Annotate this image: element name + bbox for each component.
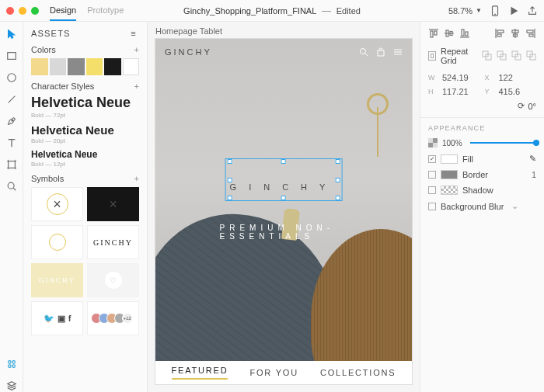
hero-subtitle: PREMIUM NON-ESSENTIALS bbox=[220, 224, 348, 241]
fill-checkbox[interactable] bbox=[428, 155, 436, 163]
svg-marker-15 bbox=[7, 382, 16, 386]
align-hcenter-icon[interactable] bbox=[510, 28, 521, 39]
add-color-button[interactable]: + bbox=[134, 45, 139, 54]
symbol-item[interactable]: 🐦▣f bbox=[31, 301, 83, 335]
charstyle-item[interactable]: Helvetica NeueBold — 72pt bbox=[31, 95, 139, 119]
align-right-icon[interactable] bbox=[525, 28, 536, 39]
fill-color-swatch[interactable] bbox=[441, 154, 458, 164]
align-top-icon[interactable] bbox=[428, 28, 439, 39]
text-tool[interactable] bbox=[5, 137, 18, 149]
pen-tool[interactable] bbox=[5, 115, 18, 127]
appearance-heading: APPEARANCE bbox=[428, 124, 536, 132]
close-window-button[interactable] bbox=[6, 7, 14, 15]
color-swatch[interactable] bbox=[50, 58, 67, 75]
charstyle-item[interactable]: Helvetica NeueBold — 20pt bbox=[31, 123, 139, 144]
svg-point-5 bbox=[7, 74, 16, 82]
titlebar: Design Prototype Ginchy_Shopping_Platfor… bbox=[0, 0, 544, 22]
tab-prototype[interactable]: Prototype bbox=[87, 1, 124, 21]
svg-point-13 bbox=[8, 365, 11, 368]
tab-collections: COLLECTIONS bbox=[320, 368, 396, 377]
document-title: Ginchy_Shopping_Platform_FINAL — Edited bbox=[183, 5, 361, 16]
hero-background bbox=[155, 39, 412, 384]
svg-rect-23 bbox=[431, 31, 433, 37]
artboard[interactable]: GINCHY GINCHY PREMIUM NON-ESSENTIALS FEA… bbox=[155, 39, 412, 384]
line-tool[interactable] bbox=[5, 93, 18, 106]
fill-label: Fill bbox=[462, 154, 473, 164]
border-label: Border bbox=[462, 170, 488, 179]
canvas[interactable]: Homepage Tablet GINCHY GINCHY bbox=[148, 22, 420, 392]
align-bottom-icon[interactable] bbox=[459, 28, 470, 39]
symbols-label: Symbols bbox=[31, 174, 64, 183]
play-preview-icon[interactable] bbox=[508, 5, 519, 16]
opacity-slider[interactable] bbox=[470, 142, 536, 144]
symbol-item[interactable]: × bbox=[31, 187, 83, 221]
opacity-field[interactable]: 100% bbox=[442, 139, 466, 147]
pathfinder-subtract-icon[interactable] bbox=[497, 50, 507, 62]
chevron-down-icon[interactable]: ⌄ bbox=[511, 201, 518, 211]
ellipse-tool[interactable] bbox=[5, 71, 18, 84]
symbol-item[interactable]: GINCHY bbox=[31, 263, 83, 297]
mode-tabs: Design Prototype bbox=[50, 1, 124, 21]
select-tool[interactable] bbox=[5, 28, 18, 40]
minimize-window-button[interactable] bbox=[19, 7, 26, 15]
add-symbol-button[interactable]: + bbox=[134, 174, 139, 183]
border-color-swatch[interactable] bbox=[441, 170, 458, 179]
window-traffic-lights bbox=[6, 7, 39, 15]
hero-title-selected[interactable]: GINCHY bbox=[230, 161, 338, 198]
repeat-grid-icon bbox=[428, 51, 436, 61]
tool-column bbox=[0, 22, 23, 392]
symbol-item[interactable] bbox=[31, 225, 83, 259]
border-width-field[interactable]: 1 bbox=[521, 170, 536, 179]
share-icon[interactable] bbox=[527, 5, 538, 16]
assets-panel-icon[interactable] bbox=[5, 358, 18, 370]
content-tabs: FEATURED FOR YOU COLLECTIONS bbox=[155, 361, 412, 384]
bgblur-checkbox[interactable] bbox=[428, 203, 436, 210]
color-swatch[interactable] bbox=[31, 58, 48, 75]
device-preview-icon[interactable] bbox=[490, 5, 500, 16]
pathfinder-intersect-icon[interactable] bbox=[511, 50, 521, 62]
assets-menu-icon[interactable]: ≡ bbox=[128, 28, 139, 39]
svg-rect-39 bbox=[529, 34, 533, 36]
svg-point-16 bbox=[361, 49, 366, 54]
zoom-level[interactable]: 58.7%▼ bbox=[448, 6, 482, 16]
svg-point-9 bbox=[8, 182, 14, 189]
add-charstyle-button[interactable]: + bbox=[134, 82, 139, 91]
rotation-field[interactable]: 0° bbox=[528, 102, 536, 111]
eyedropper-icon[interactable]: ✎ bbox=[529, 154, 536, 164]
tab-featured: FEATURED bbox=[172, 366, 228, 380]
zoom-tool[interactable] bbox=[5, 180, 18, 193]
color-swatch[interactable] bbox=[123, 58, 140, 75]
align-left-icon[interactable] bbox=[494, 28, 505, 39]
x-field[interactable]: 122 bbox=[499, 73, 537, 82]
artboard-tool[interactable] bbox=[5, 158, 18, 171]
svg-line-17 bbox=[365, 54, 368, 56]
y-field[interactable]: 415.6 bbox=[499, 87, 537, 96]
pathfinder-exclude-icon[interactable] bbox=[526, 50, 536, 62]
width-field[interactable]: 524.19 bbox=[442, 73, 480, 82]
symbol-item[interactable]: +12 bbox=[87, 301, 139, 335]
symbol-item[interactable]: × bbox=[87, 187, 139, 221]
tab-design[interactable]: Design bbox=[50, 1, 76, 21]
zoom-window-button[interactable] bbox=[31, 7, 39, 15]
shadow-checkbox[interactable] bbox=[428, 186, 436, 194]
color-swatch[interactable] bbox=[86, 58, 103, 75]
charstyle-item[interactable]: Helvetica NeueBold — 12pt bbox=[31, 149, 139, 168]
color-swatch[interactable] bbox=[104, 58, 121, 75]
symbol-item[interactable]: GINCHY bbox=[87, 225, 139, 259]
height-field[interactable]: 117.21 bbox=[442, 87, 480, 96]
pathfinder-add-icon[interactable] bbox=[482, 50, 492, 62]
align-vcenter-icon[interactable] bbox=[444, 28, 455, 39]
symbol-item[interactable]: ♡ bbox=[87, 263, 139, 297]
border-checkbox[interactable] bbox=[428, 171, 436, 179]
color-swatch[interactable] bbox=[68, 58, 85, 75]
rotate-icon[interactable]: ⟳ bbox=[518, 101, 525, 111]
rectangle-tool[interactable] bbox=[5, 50, 18, 62]
artboard-label[interactable]: Homepage Tablet bbox=[148, 22, 420, 39]
shadow-color-swatch[interactable] bbox=[441, 186, 458, 195]
svg-marker-2 bbox=[511, 6, 518, 15]
svg-rect-24 bbox=[434, 31, 437, 35]
layers-panel-icon[interactable] bbox=[5, 380, 18, 392]
assets-panel: ASSETS≡ Colors+ Character Styles+ Helvet… bbox=[23, 22, 148, 392]
repeat-grid-button[interactable]: Repeat Grid bbox=[441, 47, 477, 65]
shadow-label: Shadow bbox=[462, 186, 493, 195]
